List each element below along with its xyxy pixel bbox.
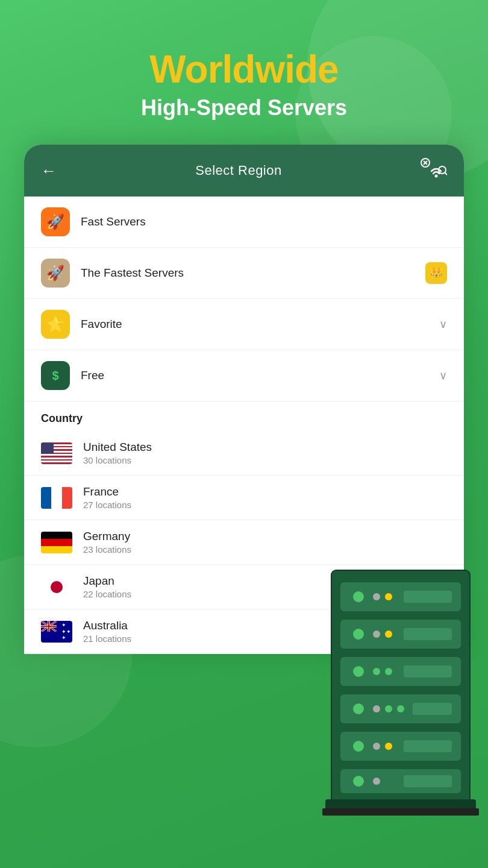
svg-point-34 <box>352 703 364 715</box>
svg-point-41 <box>373 743 380 750</box>
svg-rect-43 <box>404 740 452 752</box>
fastest-servers-icon: 🚀 <box>41 259 70 288</box>
server-rack-illustration <box>319 564 488 820</box>
menu-item-favorite[interactable]: ⭐ Favorite ∨ <box>24 299 464 350</box>
fast-servers-icon: 🚀 <box>41 207 70 236</box>
svg-point-19 <box>352 591 364 603</box>
favorite-label: Favorite <box>81 318 439 331</box>
svg-point-31 <box>385 668 392 675</box>
svg-point-25 <box>373 631 380 638</box>
svg-line-5 <box>445 172 447 175</box>
favorite-chevron-icon: ∨ <box>439 318 447 331</box>
flag-de <box>41 532 72 553</box>
svg-point-20 <box>373 593 380 600</box>
country-info-us: United States 30 locations <box>83 441 447 465</box>
back-button[interactable]: ← <box>41 162 57 180</box>
country-name-de: Germany <box>83 530 447 543</box>
menu-item-fastest-servers[interactable]: 🚀 The Fastest Servers 👑 <box>24 248 464 299</box>
country-name-fr: France <box>83 485 447 498</box>
svg-point-3 <box>434 175 437 178</box>
svg-point-46 <box>373 778 380 785</box>
country-item-us[interactable]: United States 30 locations <box>24 431 464 476</box>
free-chevron-icon: ∨ <box>439 369 447 382</box>
crown-icon: 👑 <box>425 262 447 284</box>
flag-us <box>41 442 72 464</box>
svg-point-24 <box>352 628 364 640</box>
svg-rect-32 <box>404 665 452 678</box>
svg-point-35 <box>373 705 380 712</box>
svg-point-36 <box>385 705 392 712</box>
flag-au: ✦✦✦✦ <box>41 621 72 643</box>
country-locations-de: 23 locations <box>83 544 447 555</box>
country-locations-fr: 27 locations <box>83 500 447 510</box>
svg-point-29 <box>352 665 364 678</box>
country-info-fr: France 27 locations <box>83 485 447 510</box>
page-subtitle: High-Speed Servers <box>0 95 488 121</box>
fastest-servers-label: The Fastest Servers <box>81 266 425 280</box>
svg-rect-22 <box>404 591 452 603</box>
favorite-icon: ⭐ <box>41 310 70 339</box>
country-info-de: Germany 23 locations <box>83 530 447 555</box>
free-icon: $ <box>41 361 70 390</box>
header-section: Worldwide High-Speed Servers <box>0 0 488 145</box>
menu-list: 🚀 Fast Servers 🚀 The Fastest Servers 👑 ⭐… <box>24 197 464 401</box>
svg-point-42 <box>385 743 392 750</box>
country-name-us: United States <box>83 441 447 454</box>
country-item-fr[interactable]: France 27 locations <box>24 476 464 520</box>
svg-rect-17 <box>322 808 479 816</box>
svg-point-45 <box>352 775 364 787</box>
svg-rect-47 <box>404 775 452 787</box>
country-locations-us: 30 locations <box>83 455 447 465</box>
card-header: ← Select Region <box>24 145 464 197</box>
svg-point-21 <box>385 593 392 600</box>
svg-point-37 <box>397 705 404 712</box>
svg-point-40 <box>352 740 364 752</box>
menu-item-free[interactable]: $ Free ∨ <box>24 350 464 401</box>
flag-jp <box>41 576 72 598</box>
card-title: Select Region <box>195 163 281 178</box>
vpn-search-icon[interactable] <box>421 158 447 183</box>
svg-point-26 <box>385 631 392 638</box>
svg-rect-38 <box>413 703 452 715</box>
svg-rect-27 <box>404 628 452 640</box>
menu-item-fast-servers[interactable]: 🚀 Fast Servers <box>24 197 464 248</box>
fast-servers-label: Fast Servers <box>81 215 447 228</box>
page-title: Worldwide <box>0 48 488 90</box>
svg-point-30 <box>373 668 380 675</box>
svg-rect-14 <box>41 626 57 627</box>
country-item-de[interactable]: Germany 23 locations <box>24 520 464 565</box>
flag-fr <box>41 487 72 509</box>
free-label: Free <box>81 369 439 382</box>
section-label: Country <box>24 401 464 431</box>
